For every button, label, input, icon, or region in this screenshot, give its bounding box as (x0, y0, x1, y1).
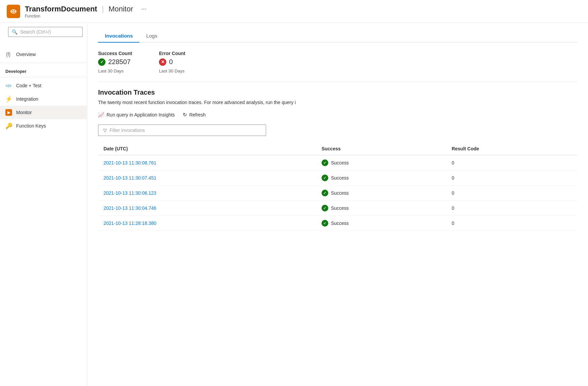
tabs: Invocations Logs (98, 30, 577, 43)
code-icon: </> (5, 82, 12, 89)
refresh-label: Refresh (189, 112, 206, 117)
success-text: Success (331, 190, 349, 196)
page-name: Monitor (109, 5, 133, 13)
sidebar-item-overview-label: Overview (16, 52, 36, 57)
success-text: Success (331, 221, 349, 226)
sidebar-item-code-test[interactable]: </> Code + Test (0, 79, 87, 92)
col-success: Success (316, 143, 446, 155)
cell-result-code: 0 (446, 186, 577, 201)
cell-date: 2021-10-13 11:30:04.746 (98, 201, 316, 216)
table-row: 2021-10-13 11:30:07.451 Success 0 (98, 171, 577, 186)
table-row: 2021-10-13 11:30:08.761 Success 0 (98, 155, 577, 171)
header-separator: | (102, 5, 104, 13)
success-text: Success (331, 175, 349, 181)
refresh-icon: ↻ (183, 112, 187, 118)
integration-icon: ⚡ (5, 96, 12, 102)
search-icon: 🔍 (12, 29, 17, 35)
action-bar: 📈 Run query in Application Insights ↻ Re… (98, 110, 577, 119)
row-success-icon (322, 205, 328, 211)
function-icon: {f} (5, 51, 12, 58)
cell-date: 2021-10-13 11:30:08.761 (98, 155, 316, 171)
sidebar-divider (0, 62, 87, 63)
developer-section-title: Developer (0, 64, 87, 76)
stats-row: Success Count 228507 Last 30 Days Error … (98, 51, 577, 74)
search-container: 🔍 (8, 27, 83, 37)
success-count-period: Last 30 Days (98, 68, 132, 74)
invocation-traces-section: Invocation Traces The twenty most recent… (98, 89, 577, 231)
cell-result-code: 0 (446, 201, 577, 216)
col-result-code: Result Code (446, 143, 577, 155)
table-body: 2021-10-13 11:30:08.761 Success 0 2021-1… (98, 155, 577, 231)
filter-container: ▽ (98, 125, 266, 136)
tab-invocations[interactable]: Invocations (98, 30, 139, 43)
cell-success: Success (316, 155, 446, 171)
cell-success: Success (316, 186, 446, 201)
table-row: 2021-10-13 11:28:18.380 Success 0 (98, 216, 577, 231)
success-count-value: 228507 (108, 58, 131, 66)
success-text: Success (331, 160, 349, 165)
tab-logs[interactable]: Logs (139, 30, 164, 43)
cell-success: Success (316, 216, 446, 231)
invocation-traces-desc: The twenty most recent function invocati… (98, 100, 577, 105)
content-area: Invocations Logs Success Count 228507 La… (87, 23, 588, 386)
svg-text:</>: </> (6, 84, 11, 88)
monitor-icon: ▶ (5, 109, 12, 116)
sidebar-item-code-test-label: Code + Test (16, 83, 41, 88)
filter-input[interactable] (110, 128, 261, 133)
run-query-button[interactable]: 📈 Run query in Application Insights (98, 110, 175, 119)
success-count-value-row: 228507 (98, 58, 132, 66)
success-text: Success (331, 205, 349, 211)
date-link[interactable]: 2021-10-13 11:30:04.746 (103, 205, 156, 211)
svg-text:{f}: {f} (6, 52, 11, 57)
success-count-block: Success Count 228507 Last 30 Days (98, 51, 132, 74)
error-count-value-row: 0 (159, 58, 185, 66)
row-success-icon (322, 190, 328, 196)
stats-divider (98, 82, 577, 82)
error-indicator-icon (159, 58, 166, 66)
date-link[interactable]: 2021-10-13 11:30:07.451 (103, 175, 156, 181)
cell-result-code: 0 (446, 155, 577, 171)
date-link[interactable]: 2021-10-13 11:30:06.123 (103, 190, 156, 196)
sidebar-item-monitor[interactable]: ▶ Monitor (0, 106, 87, 119)
filter-icon: ▽ (103, 128, 107, 133)
sidebar-item-integration[interactable]: ⚡ Integration (0, 92, 87, 106)
sidebar-item-integration-label: Integration (16, 96, 38, 102)
app-icon-svg: f (9, 7, 17, 15)
success-indicator-icon (98, 58, 106, 66)
invocations-table: Date (UTC) Success Result Code 2021-10-1… (98, 143, 577, 231)
run-query-label: Run query in Application Insights (107, 112, 175, 117)
key-icon: 🔑 (5, 123, 12, 129)
cell-date: 2021-10-13 11:30:07.451 (98, 171, 316, 186)
row-success-icon (322, 159, 328, 166)
more-options-button[interactable]: ··· (138, 4, 149, 14)
table-row: 2021-10-13 11:30:06.123 Success 0 (98, 186, 577, 201)
cell-date: 2021-10-13 11:30:06.123 (98, 186, 316, 201)
cell-result-code: 0 (446, 216, 577, 231)
error-count-value: 0 (169, 58, 173, 66)
sidebar-item-function-keys[interactable]: 🔑 Function Keys (0, 119, 87, 133)
cell-date: 2021-10-13 11:28:18.380 (98, 216, 316, 231)
date-link[interactable]: 2021-10-13 11:30:08.761 (103, 160, 156, 165)
app-name: TransformDocument (25, 5, 97, 13)
row-success-icon (322, 220, 328, 227)
error-count-block: Error Count 0 Last 30 Days (159, 51, 185, 74)
sidebar-item-monitor-label: Monitor (16, 110, 32, 115)
sidebar-item-overview[interactable]: {f} Overview (0, 48, 87, 61)
run-query-icon: 📈 (98, 112, 104, 118)
search-input[interactable] (20, 29, 79, 35)
main-layout: 🔍 « {f} Overview Developer </> Co (0, 23, 588, 386)
table-header: Date (UTC) Success Result Code (98, 143, 577, 155)
row-success-icon (322, 175, 328, 181)
cell-result-code: 0 (446, 171, 577, 186)
cell-success: Success (316, 171, 446, 186)
sidebar-item-function-keys-label: Function Keys (16, 123, 46, 129)
invocation-traces-title: Invocation Traces (98, 89, 577, 96)
cell-success: Success (316, 201, 446, 216)
header-title: TransformDocument | Monitor ··· Function (25, 4, 149, 18)
sidebar: 🔍 « {f} Overview Developer </> Co (0, 23, 87, 386)
header-subtitle: Function (25, 14, 149, 18)
error-count-label: Error Count (159, 51, 185, 56)
refresh-button[interactable]: ↻ Refresh (183, 110, 206, 119)
date-link[interactable]: 2021-10-13 11:28:18.380 (103, 221, 156, 226)
header: f TransformDocument | Monitor ··· Functi… (0, 0, 588, 23)
